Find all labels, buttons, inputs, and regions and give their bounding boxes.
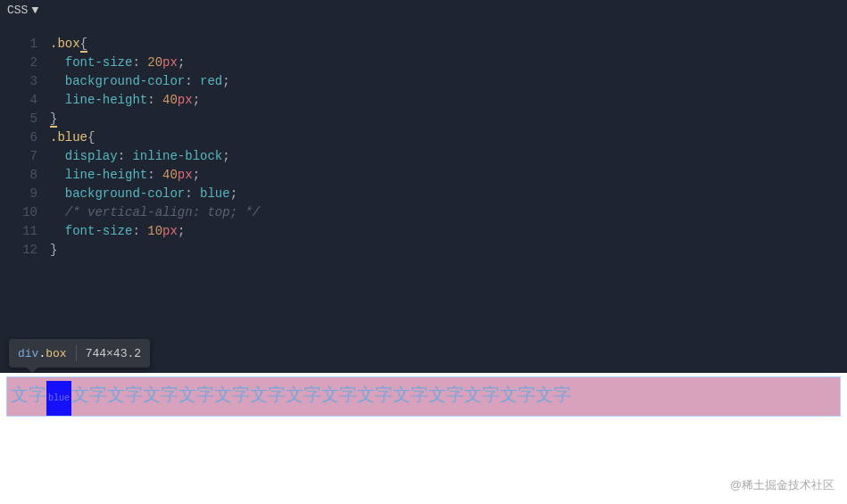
blue-element[interactable]: blue [46, 381, 71, 416]
css-selector: .box [50, 37, 80, 51]
css-property: font-size [65, 224, 133, 238]
css-unit: px [178, 93, 193, 107]
code-editor: CSS ▼ 1 2 3 4 5 6 7 8 9 10 11 12 .box{ f… [0, 0, 847, 373]
brace: { [87, 130, 95, 145]
css-value: 20 [147, 55, 162, 70]
css-value: inline-block [132, 149, 222, 163]
box-element[interactable]: 文字blue文字文字文字文字文字文字文字文字文字文字文字文字文字文字 [7, 377, 840, 416]
brace: { [80, 37, 87, 53]
preview-pane: 文字blue文字文字文字文字文字文字文字文字文字文字文字文字文字文字 [0, 377, 847, 416]
css-property: background-color [65, 74, 185, 88]
line-number: 10 [0, 203, 37, 222]
line-number: 4 [0, 91, 37, 110]
box-text-before: 文字 [11, 385, 46, 406]
tooltip-tagname: div [18, 347, 38, 360]
line-number-gutter: 1 2 3 4 5 6 7 8 9 10 11 12 [0, 35, 50, 260]
tooltip-classname: box [46, 347, 66, 360]
line-number: 12 [0, 241, 37, 260]
code-content[interactable]: .box{ font-size: 20px; background-color:… [50, 35, 260, 260]
brace: } [50, 243, 57, 257]
line-number: 9 [0, 185, 37, 203]
chevron-down-icon: ▼ [31, 4, 38, 17]
tooltip-arrow-icon [27, 368, 37, 373]
css-value: 10 [147, 224, 162, 238]
watermark: @稀土掘金技术社区 [730, 477, 835, 493]
css-unit: px [162, 55, 178, 70]
css-property: background-color [65, 186, 185, 201]
brace: } [50, 112, 57, 128]
line-number: 8 [0, 166, 37, 185]
css-unit: px [178, 168, 193, 182]
css-property: display [65, 149, 118, 163]
css-value: 40 [162, 93, 178, 107]
line-number: 3 [0, 72, 37, 91]
line-number: 2 [0, 54, 37, 72]
line-number: 11 [0, 222, 37, 241]
language-label: CSS [7, 4, 28, 17]
css-value: 40 [162, 168, 178, 182]
tooltip-dimensions: 744×43.2 [77, 342, 150, 366]
css-value: blue [200, 186, 230, 201]
box-text-after: 文字文字文字文字文字文字文字文字文字文字文字文字文字文字 [71, 385, 571, 406]
css-property: font-size [65, 55, 133, 70]
css-value: red [200, 74, 222, 88]
line-number: 5 [0, 110, 37, 128]
language-selector[interactable]: CSS ▼ [0, 0, 847, 21]
css-selector: .blue [50, 130, 87, 145]
css-unit: px [162, 224, 178, 238]
line-number: 7 [0, 147, 37, 166]
css-comment: /* vertical-align: top; */ [65, 205, 260, 219]
css-property: line-height [65, 93, 147, 107]
element-inspector-tooltip: div.box 744×43.2 [9, 339, 150, 368]
css-property: line-height [65, 168, 147, 182]
line-number: 1 [0, 35, 37, 54]
line-number: 6 [0, 128, 37, 147]
